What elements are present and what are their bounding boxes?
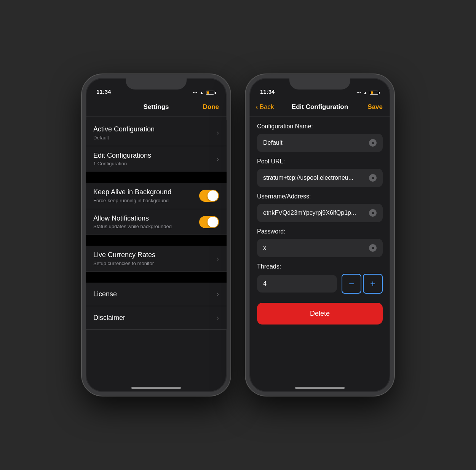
edit-configs-subtitle: 1 Configuration <box>93 161 217 166</box>
time-right: 11:34 <box>260 88 275 95</box>
threads-decrement-button[interactable]: − <box>342 274 361 294</box>
allow-notifications-toggle[interactable] <box>199 216 219 228</box>
edit-content: Configuration Name: Default Pool URL: st… <box>249 117 390 331</box>
pool-url-value: stratum+tcp://uspool.electroneu... <box>263 174 366 181</box>
edit-configurations-item[interactable]: Edit Configurations 1 Configuration › <box>86 146 227 173</box>
live-currency-item[interactable]: Live Currency Rates Setup currencies to … <box>86 246 227 272</box>
chevron-icon: › <box>217 255 219 263</box>
battery-icon <box>206 91 216 95</box>
allow-notifications-title: Allow Notifications <box>93 214 199 223</box>
back-label: Back <box>260 103 274 111</box>
settings-content: Active Configuration Default › Edit Conf… <box>86 117 227 330</box>
back-button[interactable]: ‹ Back <box>256 102 274 111</box>
chevron-icon: › <box>217 129 219 137</box>
threads-increment-button[interactable]: + <box>363 274 383 294</box>
keep-alive-toggle[interactable] <box>199 190 219 202</box>
threads-input[interactable]: 4 <box>257 275 337 293</box>
notch <box>126 78 187 90</box>
status-icons-right: ▪▪▪ ▲ <box>356 90 380 95</box>
disclaimer-item[interactable]: Disclaimer › <box>86 306 227 330</box>
allow-notifications-subtitle: Status updates while backgrounded <box>93 224 199 229</box>
password-clear-button[interactable] <box>369 244 377 252</box>
settings-gap-2 <box>86 235 227 246</box>
pool-url-clear-button[interactable] <box>369 174 377 182</box>
delete-button[interactable]: Delete <box>257 303 383 325</box>
right-phone: 11:34 ▪▪▪ ▲ ‹ Back Edit Configuration Sa… <box>246 74 394 396</box>
time-left: 11:34 <box>96 88 111 95</box>
back-chevron-icon: ‹ <box>256 102 258 111</box>
edit-form: Configuration Name: Default Pool URL: st… <box>249 117 390 331</box>
active-config-title: Active Configuration <box>93 125 217 134</box>
config-name-value: Default <box>263 139 366 146</box>
pool-url-label: Pool URL: <box>257 158 383 165</box>
chevron-icon: › <box>217 314 219 322</box>
battery-icon-right <box>370 91 380 95</box>
left-nav-bar: Settings Done <box>86 97 227 117</box>
live-currency-title: Live Currency Rates <box>93 251 217 259</box>
allow-notifications-item: Allow Notifications Status updates while… <box>86 209 227 235</box>
keep-alive-item: Keep Alive in Background Force-keep runn… <box>86 183 227 209</box>
status-icons-left: ▪▪▪ ▲ <box>193 90 216 95</box>
wifi-icon-right: ▲ <box>363 90 367 95</box>
threads-label: Threads: <box>257 263 383 270</box>
home-indicator-left <box>131 387 181 389</box>
username-clear-button[interactable] <box>369 209 377 217</box>
threads-row: 4 − + <box>257 274 383 294</box>
password-value: x <box>263 245 366 251</box>
signal-icon-right: ▪▪▪ <box>356 90 361 95</box>
license-item[interactable]: License › <box>86 283 227 306</box>
active-config-subtitle: Default <box>93 135 217 141</box>
disclaimer-title: Disclaimer <box>93 314 217 322</box>
license-title: License <box>93 290 217 299</box>
pool-url-input[interactable]: stratum+tcp://uspool.electroneu... <box>257 169 383 187</box>
settings-gap-1 <box>86 172 227 183</box>
username-input[interactable]: etnkFVQd23mYpcyrpj9X6ifQp1p... <box>257 204 383 222</box>
keep-alive-subtitle: Force-keep running in background <box>93 198 199 203</box>
right-nav-bar: ‹ Back Edit Configuration Save <box>249 97 390 117</box>
username-label: Username/Address: <box>257 193 383 200</box>
username-value: etnkFVQd23mYpcyrpj9X6ifQp1p... <box>263 209 366 216</box>
config-name-input[interactable]: Default <box>257 134 383 152</box>
config-name-clear-button[interactable] <box>369 139 377 147</box>
notch-right <box>289 78 350 90</box>
chevron-icon: › <box>217 155 219 163</box>
left-nav-title: Settings <box>143 103 169 111</box>
chevron-icon: › <box>217 290 219 298</box>
save-button[interactable]: Save <box>367 103 383 111</box>
threads-value: 4 <box>263 280 267 287</box>
signal-icon: ▪▪▪ <box>193 90 197 95</box>
edit-configs-title: Edit Configurations <box>93 152 217 160</box>
right-nav-title: Edit Configuration <box>292 103 348 111</box>
left-phone: 11:34 ▪▪▪ ▲ Settings Done Active Configu… <box>82 74 230 396</box>
settings-gap-3 <box>86 272 227 283</box>
settings-list: Active Configuration Default › Edit Conf… <box>86 120 227 330</box>
keep-alive-title: Keep Alive in Background <box>93 188 199 197</box>
config-name-label: Configuration Name: <box>257 123 383 130</box>
done-button[interactable]: Done <box>203 103 219 111</box>
active-configuration-item[interactable]: Active Configuration Default › <box>86 120 227 146</box>
home-indicator-right <box>295 387 345 389</box>
password-label: Password: <box>257 228 383 235</box>
stepper-group: − + <box>342 274 383 294</box>
live-currency-subtitle: Setup currencies to monitor <box>93 261 217 266</box>
wifi-icon: ▲ <box>200 90 204 95</box>
password-input[interactable]: x <box>257 239 383 257</box>
